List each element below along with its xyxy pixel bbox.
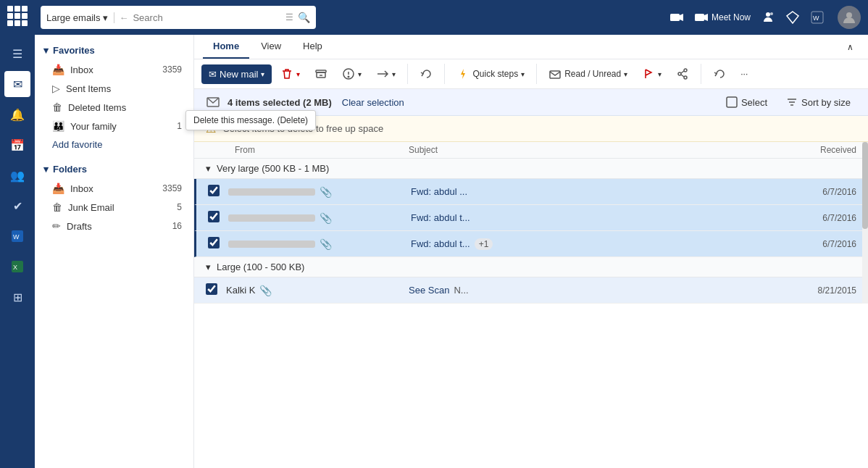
search-area: Large emails ▾ ← ☰ 🔍 bbox=[41, 6, 316, 29]
date-4: 8/21/2015 bbox=[791, 285, 856, 296]
read-unread-label: Read / Unread bbox=[564, 69, 621, 79]
tab-home[interactable]: Home bbox=[203, 35, 249, 59]
email-checkbox-2[interactable] bbox=[208, 211, 220, 222]
teams-icon[interactable] bbox=[761, 10, 775, 25]
svg-rect-0 bbox=[670, 14, 680, 21]
sort-by-size-button[interactable]: Sort by size bbox=[780, 93, 856, 111]
undo2-button[interactable] bbox=[707, 64, 732, 84]
sidebar-item-inbox[interactable]: 📥 Inbox 3359 bbox=[35, 60, 193, 79]
archive-button[interactable] bbox=[309, 64, 333, 84]
sort-icon bbox=[786, 96, 798, 108]
svg-rect-2 bbox=[695, 14, 704, 21]
attach-icon-3: 📎 bbox=[320, 238, 332, 250]
back-icon[interactable]: ← bbox=[119, 12, 128, 23]
move-button[interactable]: ▾ bbox=[370, 64, 401, 84]
subject-col-4: See Scan N... bbox=[409, 285, 791, 296]
avatar[interactable] bbox=[838, 6, 861, 29]
video-call-icon[interactable] bbox=[669, 10, 684, 25]
delete-button[interactable]: ▾ bbox=[275, 64, 306, 84]
select-label: Select bbox=[741, 97, 767, 108]
ribbon-tabs: Home View Help ∧ bbox=[194, 35, 868, 59]
read-unread-button[interactable]: Read / Unread ▾ bbox=[543, 64, 633, 84]
junk-badge: 5 bbox=[177, 202, 182, 212]
archive-icon bbox=[314, 67, 327, 80]
app-grid-icon[interactable] bbox=[7, 6, 30, 29]
lightning-icon bbox=[456, 67, 470, 80]
read-unread-caret: ▾ bbox=[624, 70, 627, 78]
meet-now-button[interactable]: Meet Now bbox=[694, 10, 751, 25]
hamburger-icon[interactable]: ☰ bbox=[4, 41, 30, 67]
mail-nav-icon[interactable]: ✉ bbox=[4, 71, 30, 97]
share-button[interactable] bbox=[670, 64, 695, 84]
add-favorite-item[interactable]: Add favorite bbox=[35, 135, 193, 154]
apps-nav-icon[interactable]: ⊞ bbox=[4, 284, 30, 310]
delete-caret: ▾ bbox=[296, 70, 300, 78]
selection-count: 4 items selected (2 MB) bbox=[228, 97, 332, 108]
subject-2: Fwd: abdul t... bbox=[411, 212, 470, 223]
from-col-2: 📎 bbox=[228, 212, 411, 224]
search-input[interactable] bbox=[133, 12, 281, 23]
email-checkbox-4[interactable] bbox=[206, 283, 217, 295]
search-filter[interactable]: Large emails ▾ bbox=[46, 12, 114, 23]
more-button[interactable]: ··· bbox=[735, 65, 754, 83]
tooltip-text: Delete this message. (Delete) bbox=[194, 115, 308, 125]
subject-1: Fwd: abdul ... bbox=[411, 186, 467, 197]
inbox-label: Inbox bbox=[70, 64, 93, 75]
delete-tooltip: Delete this message. (Delete) bbox=[194, 110, 316, 130]
quick-steps-button[interactable]: Quick steps ▾ bbox=[451, 64, 530, 84]
chevron-down-icon: ▾ bbox=[206, 262, 211, 272]
favorites-header[interactable]: ▾ Favorites bbox=[35, 41, 193, 60]
quick-steps-label: Quick steps bbox=[472, 69, 518, 79]
col-from-label: From bbox=[235, 145, 255, 155]
sidebar-item-family[interactable]: 👪 Your family 1 bbox=[35, 117, 193, 135]
search-magnifier-icon[interactable]: 🔍 bbox=[298, 12, 310, 23]
email-checkbox-3[interactable] bbox=[208, 237, 220, 248]
svg-point-20 bbox=[678, 72, 681, 75]
email-checkbox-1[interactable] bbox=[208, 185, 220, 196]
sidebar-item-junk[interactable]: 🗑 Junk Email 5 bbox=[35, 198, 193, 217]
email-row-2[interactable]: 📎 Fwd: abdul t... 6/7/2016 bbox=[194, 205, 868, 231]
select-button[interactable]: Select bbox=[720, 93, 773, 111]
undo2-icon bbox=[713, 67, 726, 80]
subject-col-3: Fwd: abdul t... +1 bbox=[411, 238, 791, 250]
group-header-large[interactable]: ▾ Large (100 - 500 KB) bbox=[194, 257, 868, 277]
move-caret: ▾ bbox=[392, 70, 396, 78]
clear-selection-link[interactable]: Clear selection bbox=[342, 97, 404, 108]
junk-button[interactable]: ▾ bbox=[336, 64, 367, 84]
undo-button[interactable] bbox=[414, 64, 438, 84]
people-icon[interactable]: 👥 bbox=[4, 162, 30, 188]
group-header-very-large[interactable]: ▾ Very large (500 KB - 1 MB) bbox=[194, 159, 868, 179]
calendar-icon[interactable]: 📅 bbox=[4, 132, 30, 158]
sidebar-item-sent[interactable]: ▷ Sent Items bbox=[35, 79, 193, 98]
tasks-icon[interactable]: ✔ bbox=[4, 193, 30, 219]
email-row-4[interactable]: Kalki K 📎 See Scan N... 8/21/2015 bbox=[194, 277, 868, 304]
diamond-icon[interactable] bbox=[785, 10, 800, 25]
from-col-3: 📎 bbox=[228, 238, 411, 250]
folders-header[interactable]: ▾ Folders bbox=[35, 159, 193, 179]
collapse-ribbon-btn[interactable]: ∧ bbox=[841, 38, 859, 56]
family-badge: 1 bbox=[177, 121, 182, 131]
email-row-1[interactable]: 📎 Fwd: abdul ... 6/7/2016 bbox=[194, 179, 868, 205]
scrollbar-thumb[interactable] bbox=[862, 142, 868, 229]
drafts-badge: 16 bbox=[172, 221, 182, 231]
word-icon[interactable]: W bbox=[810, 10, 825, 25]
excel-nav-icon[interactable]: X bbox=[4, 254, 30, 280]
email-row-3[interactable]: 📎 Fwd: abdul t... +1 6/7/2016 bbox=[194, 231, 868, 257]
from-col-4: Kalki K 📎 bbox=[226, 285, 409, 296]
share-icon bbox=[676, 67, 689, 80]
inbox-icon: 📥 bbox=[52, 64, 64, 75]
junk-icon bbox=[342, 67, 355, 80]
sort-label: Sort by size bbox=[801, 97, 851, 108]
flag-button[interactable]: ▾ bbox=[636, 64, 667, 84]
search-options-icon[interactable]: ☰ bbox=[285, 12, 293, 22]
attach-icon-4: 📎 bbox=[259, 285, 272, 296]
tab-view[interactable]: View bbox=[251, 35, 291, 59]
new-mail-button[interactable]: ✉ New mail ▾ bbox=[201, 64, 272, 84]
word-nav-icon[interactable]: W bbox=[4, 223, 30, 249]
notification-icon[interactable]: 🔔 bbox=[4, 101, 30, 128]
tab-help[interactable]: Help bbox=[293, 35, 333, 59]
more-badge-3: +1 bbox=[475, 238, 493, 250]
sidebar-item-folders-inbox[interactable]: 📥 Inbox 3359 bbox=[35, 179, 193, 198]
sidebar-item-deleted[interactable]: 🗑 Deleted Items bbox=[35, 98, 193, 117]
sidebar-item-drafts[interactable]: ✏ Drafts 16 bbox=[35, 217, 193, 235]
